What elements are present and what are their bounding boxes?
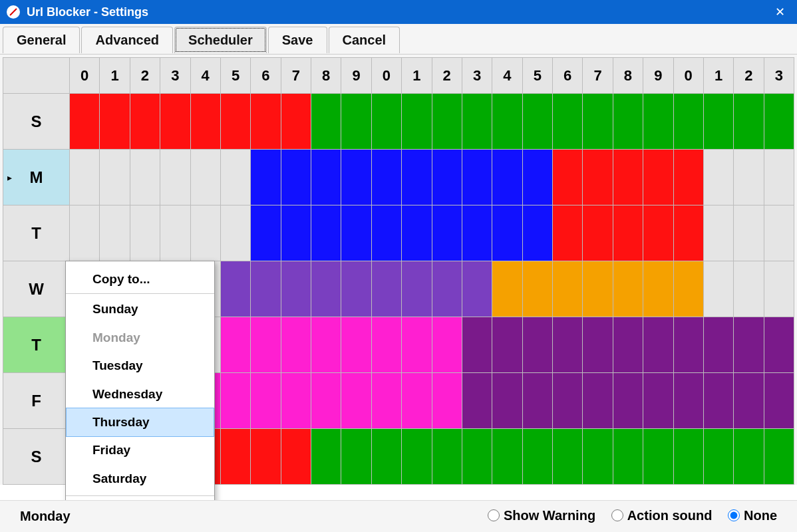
menu-thursday[interactable]: Thursday: [66, 408, 214, 437]
cell-tue-9[interactable]: [341, 205, 371, 261]
cell-wed-13[interactable]: [462, 261, 492, 317]
cell-sun-14[interactable]: [492, 94, 522, 150]
cell-tue-21[interactable]: [703, 205, 733, 261]
cell-sun-12[interactable]: [432, 94, 462, 150]
hour-header-12[interactable]: 2: [432, 58, 462, 94]
cell-tue-14[interactable]: [492, 205, 522, 261]
day-header-tue[interactable]: T: [3, 205, 70, 261]
cell-wed-18[interactable]: [613, 261, 643, 317]
cell-mon-1[interactable]: [100, 150, 130, 205]
cell-sat-10[interactable]: [371, 429, 401, 485]
cell-wed-20[interactable]: [673, 261, 703, 317]
day-header-thu[interactable]: T: [3, 317, 70, 373]
hour-header-1[interactable]: 1: [100, 58, 130, 94]
hour-header-4[interactable]: 4: [190, 58, 220, 94]
cell-wed-15[interactable]: [522, 261, 552, 317]
cell-fri-9[interactable]: [341, 373, 371, 429]
cell-wed-6[interactable]: [251, 261, 281, 317]
cell-thu-11[interactable]: [402, 317, 432, 373]
cell-fri-23[interactable]: [764, 373, 794, 429]
cell-mon-19[interactable]: [643, 150, 673, 205]
cell-sat-11[interactable]: [402, 429, 432, 485]
cell-sun-21[interactable]: [703, 94, 733, 150]
cell-fri-15[interactable]: [522, 373, 552, 429]
cell-tue-3[interactable]: [160, 205, 190, 261]
cell-thu-19[interactable]: [643, 317, 673, 373]
tab-general[interactable]: General: [3, 27, 80, 53]
day-header-mon[interactable]: M: [3, 150, 70, 205]
cell-fri-5[interactable]: [220, 373, 250, 429]
cell-sun-20[interactable]: [673, 94, 703, 150]
cell-mon-10[interactable]: [371, 150, 401, 205]
hour-header-15[interactable]: 5: [522, 58, 552, 94]
cell-wed-16[interactable]: [553, 261, 583, 317]
hour-header-19[interactable]: 9: [643, 58, 673, 94]
hour-header-13[interactable]: 3: [462, 58, 492, 94]
menu-wednesday[interactable]: Wednesday: [66, 380, 214, 408]
cell-tue-6[interactable]: [251, 205, 281, 261]
cell-tue-11[interactable]: [402, 205, 432, 261]
hour-header-18[interactable]: 8: [613, 58, 643, 94]
cell-wed-22[interactable]: [734, 261, 764, 317]
cell-thu-16[interactable]: [553, 317, 583, 373]
hour-header-9[interactable]: 9: [341, 58, 371, 94]
cell-thu-17[interactable]: [583, 317, 613, 373]
cell-mon-11[interactable]: [402, 150, 432, 205]
cell-sat-18[interactable]: [613, 429, 643, 485]
cell-mon-4[interactable]: [190, 150, 220, 205]
cell-mon-13[interactable]: [462, 150, 492, 205]
cell-sun-13[interactable]: [462, 94, 492, 150]
cell-fri-7[interactable]: [281, 373, 311, 429]
day-header-fri[interactable]: F: [3, 373, 70, 429]
cell-tue-10[interactable]: [371, 205, 401, 261]
cell-fri-11[interactable]: [402, 373, 432, 429]
cell-sat-7[interactable]: [281, 429, 311, 485]
cell-wed-7[interactable]: [281, 261, 311, 317]
cell-thu-12[interactable]: [432, 317, 462, 373]
cell-sun-8[interactable]: [311, 94, 341, 150]
cell-sat-6[interactable]: [251, 429, 281, 485]
cell-mon-7[interactable]: [281, 150, 311, 205]
cell-wed-14[interactable]: [492, 261, 522, 317]
cell-tue-17[interactable]: [583, 205, 613, 261]
cell-thu-14[interactable]: [492, 317, 522, 373]
cell-tue-20[interactable]: [673, 205, 703, 261]
cell-sun-18[interactable]: [613, 94, 643, 150]
cell-fri-10[interactable]: [371, 373, 401, 429]
cell-mon-21[interactable]: [703, 150, 733, 205]
cell-sat-20[interactable]: [673, 429, 703, 485]
hour-header-10[interactable]: 0: [371, 58, 401, 94]
menu-friday[interactable]: Friday: [66, 436, 214, 464]
cell-sun-2[interactable]: [130, 94, 160, 150]
cell-tue-18[interactable]: [613, 205, 643, 261]
cell-thu-9[interactable]: [341, 317, 371, 373]
hour-header-21[interactable]: 1: [703, 58, 733, 94]
day-header-sat[interactable]: S: [3, 429, 70, 485]
cell-mon-2[interactable]: [130, 150, 160, 205]
hour-header-7[interactable]: 7: [281, 58, 311, 94]
cell-wed-8[interactable]: [311, 261, 341, 317]
cell-sun-16[interactable]: [553, 94, 583, 150]
cell-fri-16[interactable]: [553, 373, 583, 429]
cell-wed-12[interactable]: [432, 261, 462, 317]
cell-wed-23[interactable]: [764, 261, 794, 317]
cell-sun-7[interactable]: [281, 94, 311, 150]
cell-fri-18[interactable]: [613, 373, 643, 429]
cell-sat-14[interactable]: [492, 429, 522, 485]
cell-mon-23[interactable]: [764, 150, 794, 205]
cell-sun-1[interactable]: [100, 94, 130, 150]
tab-scheduler[interactable]: Scheduler: [174, 27, 267, 53]
cell-mon-0[interactable]: [70, 150, 100, 205]
cell-fri-6[interactable]: [251, 373, 281, 429]
cell-mon-6[interactable]: [251, 150, 281, 205]
cell-thu-6[interactable]: [251, 317, 281, 373]
cell-sat-16[interactable]: [553, 429, 583, 485]
cell-wed-9[interactable]: [341, 261, 371, 317]
cell-thu-13[interactable]: [462, 317, 492, 373]
cell-thu-15[interactable]: [522, 317, 552, 373]
cell-sat-13[interactable]: [462, 429, 492, 485]
cell-wed-5[interactable]: [220, 261, 250, 317]
cell-tue-13[interactable]: [462, 205, 492, 261]
cell-tue-23[interactable]: [764, 205, 794, 261]
day-header-sun[interactable]: S: [3, 94, 70, 150]
